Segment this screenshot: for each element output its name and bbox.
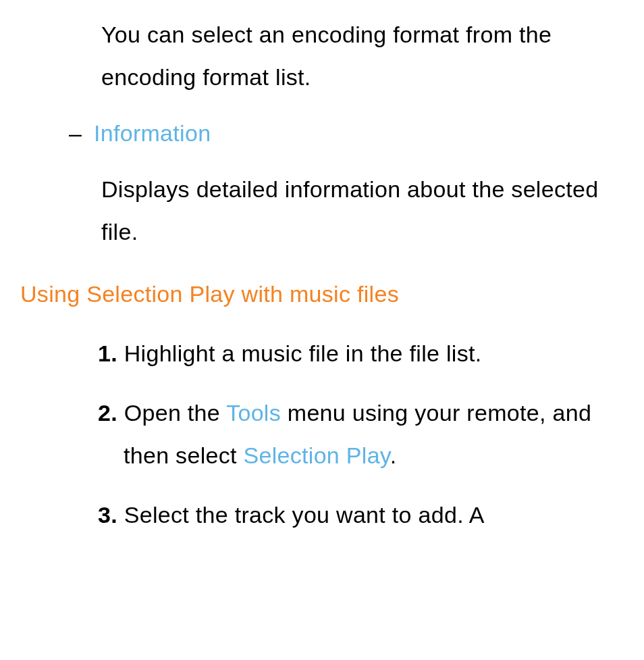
step-1-number: 1. (98, 340, 117, 366)
step-2-suffix: . (390, 442, 397, 468)
steps-list: 1. Highlight a music file in the file li… (20, 332, 624, 536)
step-2-prefix: Open the (124, 400, 226, 426)
paragraph-text: You can select an encoding format from t… (101, 22, 552, 90)
selection-play-term: Selection Play (244, 442, 390, 468)
encoding-format-paragraph: You can select an encoding format from t… (20, 14, 624, 99)
step-2-number: 2. (98, 400, 117, 426)
section-heading: Using Selection Play with music files (20, 273, 624, 315)
step-3-text: Select the track you want to add. A (124, 502, 485, 528)
step-3: 3. Select the track you want to add. A (98, 494, 624, 536)
information-item: – Information (20, 112, 624, 155)
information-desc-text: Displays detailed information about the … (101, 176, 598, 245)
step-3-number: 3. (98, 502, 117, 528)
dash-marker: – (69, 120, 82, 146)
step-1-text: Highlight a music file in the file list. (124, 340, 482, 366)
section-heading-text: Using Selection Play with music files (20, 281, 399, 307)
information-description: Displays detailed information about the … (20, 168, 624, 253)
information-label: Information (94, 120, 211, 146)
step-2: 2. Open the Tools menu using your remote… (98, 392, 624, 477)
tools-term: Tools (226, 400, 281, 426)
step-1: 1. Highlight a music file in the file li… (98, 332, 624, 375)
